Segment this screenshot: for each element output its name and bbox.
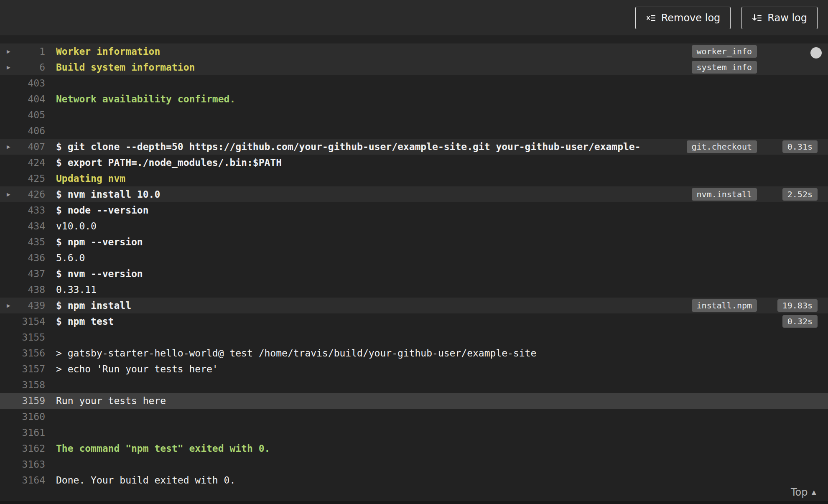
log-line: ▶ 3162 The command "npm test" exited wit…: [0, 440, 828, 456]
line-text: $ npm install: [45, 300, 131, 311]
log-line: ▶ 3156 > gatsby-starter-hello-world@ tes…: [0, 345, 828, 361]
remove-log-label: Remove log: [661, 12, 721, 24]
log-line: ▶ 405: [0, 107, 828, 123]
duration-badge: 2.52s: [782, 188, 818, 201]
stage-badge: nvm.install: [692, 188, 757, 201]
line-number[interactable]: 3158: [18, 379, 45, 390]
log-line: ▶ 404 Network availability confirmed.: [0, 91, 828, 107]
line-number[interactable]: 407: [18, 141, 45, 152]
log-line: ▶ 3154 $ npm test 0.32s: [0, 313, 828, 329]
log-toolbar: Remove log Raw log: [0, 0, 828, 36]
line-text: 5.6.0: [45, 252, 85, 263]
scrollbar-thumb[interactable]: [810, 47, 822, 59]
log-line: ▶ 3158: [0, 377, 828, 393]
line-text: $ nvm --version: [45, 268, 143, 279]
line-number[interactable]: 3159: [18, 395, 45, 406]
line-text: $ npm test: [45, 316, 114, 327]
fold-arrow-icon[interactable]: ▶: [0, 191, 18, 198]
line-number[interactable]: 406: [18, 125, 45, 136]
fold-arrow-icon[interactable]: ▶: [0, 64, 18, 71]
line-text: > gatsby-starter-hello-world@ test /home…: [45, 348, 536, 359]
line-text: The command "npm test" exited with 0.: [45, 443, 270, 454]
line-number[interactable]: 3162: [18, 443, 45, 454]
log-line: ▶ 403: [0, 75, 828, 91]
line-number[interactable]: 426: [18, 189, 45, 200]
line-text: $ export PATH=./node_modules/.bin:$PATH: [45, 157, 282, 168]
line-number[interactable]: 433: [18, 205, 45, 216]
line-number[interactable]: 3163: [18, 459, 45, 470]
log-line: ▶ 3159 Run your tests here: [0, 393, 828, 409]
log-line: ▶ 1 Worker information worker_info: [0, 43, 828, 59]
line-text: $ node --version: [45, 205, 149, 216]
log-line: ▶ 6 Build system information system_info: [0, 59, 828, 75]
duration-badge: 19.83s: [777, 299, 818, 312]
line-text: Run your tests here: [45, 395, 166, 406]
line-number[interactable]: 3160: [18, 411, 45, 422]
line-number[interactable]: 436: [18, 252, 45, 263]
log-line: ▶ 439 $ npm install install.npm 19.83s: [0, 298, 828, 313]
remove-log-button[interactable]: Remove log: [635, 7, 731, 29]
fold-arrow-icon[interactable]: ▶: [0, 143, 18, 150]
log-line: ▶ 407 $ git clone --depth=50 https://git…: [0, 139, 828, 155]
line-number[interactable]: 6: [18, 62, 45, 73]
log-line: ▶ 3164 Done. Your build exited with 0.: [0, 472, 828, 488]
line-number[interactable]: 435: [18, 237, 45, 247]
log-line: ▶ 438 0.33.11: [0, 282, 828, 298]
line-number[interactable]: 437: [18, 268, 45, 279]
line-number[interactable]: 3155: [18, 332, 45, 343]
log-line: ▶ 426 $ nvm install 10.0 nvm.install 2.5…: [0, 186, 828, 202]
fold-arrow-icon[interactable]: ▶: [0, 48, 18, 55]
line-number[interactable]: 405: [18, 109, 45, 120]
log-line: ▶ 3163: [0, 456, 828, 472]
line-text: $ npm --version: [45, 237, 143, 247]
line-number[interactable]: 404: [18, 94, 45, 104]
line-number[interactable]: 425: [18, 173, 45, 184]
fold-arrow-icon[interactable]: ▶: [0, 302, 18, 309]
line-number[interactable]: 439: [18, 300, 45, 311]
log-lines: ▶ 1 Worker information worker_info ▶ 6 B…: [0, 36, 828, 488]
top-arrow-icon: ▲: [811, 489, 816, 496]
line-number[interactable]: 3161: [18, 427, 45, 438]
line-number[interactable]: 424: [18, 157, 45, 168]
line-number[interactable]: 438: [18, 284, 45, 295]
duration-badge: 0.31s: [782, 140, 818, 153]
log-line: ▶ 3160: [0, 409, 828, 425]
log-line: ▶ 424 $ export PATH=./node_modules/.bin:…: [0, 155, 828, 171]
top-label: Top: [791, 486, 808, 498]
line-text: 0.33.11: [45, 284, 97, 295]
log-line: ▶ 433 $ node --version: [0, 202, 828, 218]
line-text: Build system information: [45, 62, 195, 73]
raw-log-button[interactable]: Raw log: [741, 7, 818, 29]
line-number[interactable]: 434: [18, 221, 45, 232]
log-line: ▶ 436 5.6.0: [0, 250, 828, 266]
stage-badge: worker_info: [692, 45, 757, 58]
line-text: $ nvm install 10.0: [45, 189, 160, 200]
stage-badge: system_info: [692, 61, 757, 74]
log-line: ▶ 425 Updating nvm: [0, 171, 828, 186]
line-number[interactable]: 403: [18, 78, 45, 89]
log-line: ▶ 3155: [0, 329, 828, 345]
bottom-bar: [0, 501, 828, 504]
raw-log-label: Raw log: [767, 12, 807, 24]
log-line: ▶ 437 $ nvm --version: [0, 266, 828, 282]
log-line: ▶ 3157 > echo 'Run your tests here': [0, 361, 828, 377]
line-text: Worker information: [45, 46, 160, 57]
duration-badge: 0.32s: [782, 315, 818, 328]
raw-log-icon: [752, 13, 762, 23]
stage-badge: git.checkout: [687, 140, 757, 153]
log-line: ▶ 434 v10.0.0: [0, 218, 828, 234]
scroll-to-top-link[interactable]: Top ▲: [791, 486, 816, 498]
line-number[interactable]: 3154: [18, 316, 45, 327]
line-number[interactable]: 3156: [18, 348, 45, 359]
log-line: ▶ 435 $ npm --version: [0, 234, 828, 250]
line-text: Done. Your build exited with 0.: [45, 475, 235, 486]
line-text: $ git clone --depth=50 https://github.co…: [45, 141, 641, 152]
line-text: Network availability confirmed.: [45, 94, 235, 104]
line-number[interactable]: 3164: [18, 475, 45, 486]
line-text: > echo 'Run your tests here': [45, 364, 218, 374]
remove-log-icon: [646, 13, 656, 23]
line-number[interactable]: 3157: [18, 364, 45, 374]
log-line: ▶ 3161: [0, 425, 828, 440]
line-number[interactable]: 1: [18, 46, 45, 57]
stage-badge: install.npm: [692, 299, 757, 312]
